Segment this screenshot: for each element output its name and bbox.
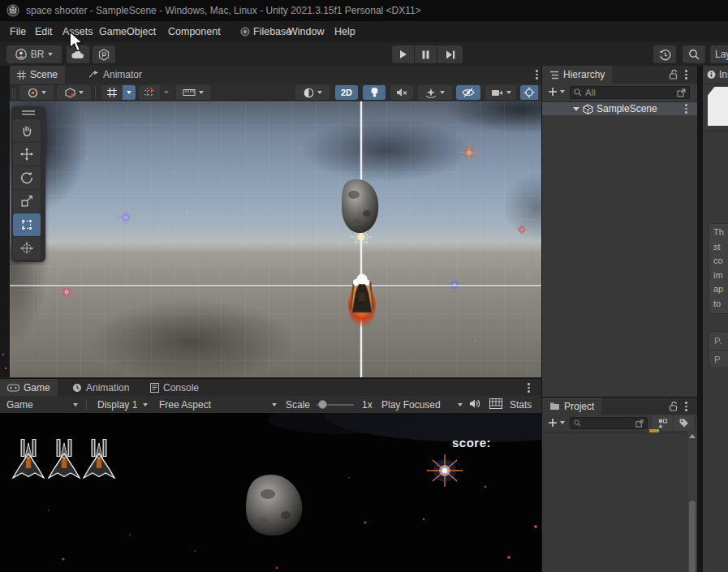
search-icon	[574, 88, 582, 97]
account-button[interactable]: BR	[6, 45, 62, 63]
play-focus-label: Play Focused	[381, 399, 441, 411]
tab-hierarchy[interactable]: Hierarchy	[542, 66, 612, 84]
menu-edit[interactable]: Edit	[35, 26, 53, 37]
tab-project[interactable]: Project	[542, 398, 601, 415]
ruler-dropdown[interactable]	[176, 85, 210, 100]
scale-slider-knob[interactable]	[318, 400, 327, 409]
plus-icon	[548, 87, 558, 97]
search-by-label-button[interactable]	[674, 415, 694, 431]
description-line: im	[713, 269, 728, 283]
stats-button[interactable]: Stats	[510, 399, 532, 411]
palette-drag-handle[interactable]	[13, 108, 44, 118]
dependency-row[interactable]: P.	[709, 332, 728, 351]
menu-filebase[interactable]: Filebase	[253, 26, 291, 37]
scene-visibility-button[interactable]	[456, 85, 480, 100]
tab-animator[interactable]: Animator	[81, 66, 149, 84]
game-view-dropdown[interactable]: Game	[6, 398, 78, 411]
tab-scene[interactable]: Scene	[10, 66, 65, 84]
menu-file[interactable]: File	[10, 26, 26, 37]
undo-history-button[interactable]	[653, 45, 676, 63]
open-new-window-icon[interactable]	[635, 419, 644, 428]
scale-tool-button[interactable]	[13, 190, 41, 213]
play-button[interactable]	[392, 45, 414, 63]
project-scrollbar[interactable]	[687, 432, 697, 572]
tool-settings-dropdown[interactable]	[19, 85, 54, 100]
plastic-scm-icon	[98, 49, 110, 61]
effects-dropdown[interactable]	[418, 85, 452, 100]
hierarchy-search-row: All	[542, 84, 697, 102]
menu-gameobject[interactable]: GameObject	[99, 26, 156, 37]
toolbar-drag-handle[interactable]	[12, 88, 15, 99]
hierarchy-search-input[interactable]: All	[570, 86, 690, 99]
game-audio-button[interactable]	[469, 398, 481, 409]
snap-increment-dropdown[interactable]	[139, 85, 173, 100]
toggle-2d-button[interactable]: 2D	[335, 85, 358, 100]
inspector-panel: Ins Info Na Dis Ve Ca Des Th st co im ap…	[703, 66, 728, 572]
menu-window[interactable]: Window	[288, 26, 324, 37]
aspect-ratio-dropdown[interactable]: Free Aspect	[159, 398, 277, 411]
scene-lighting-button[interactable]	[363, 85, 386, 100]
menu-component[interactable]: Component	[168, 26, 221, 37]
step-button[interactable]	[437, 45, 463, 63]
dependency-row[interactable]: P	[709, 351, 728, 368]
audio-mute-button[interactable]	[390, 85, 413, 100]
tab-game[interactable]: Game	[0, 379, 58, 397]
layers-dropdown[interactable]: Lay	[710, 45, 728, 63]
camera-settings-dropdown[interactable]	[485, 85, 516, 100]
hand-tool-button[interactable]	[13, 119, 41, 142]
plastic-scm-button[interactable]	[93, 45, 115, 63]
dock-edge-strip	[0, 66, 10, 377]
inspector-dock-divider[interactable]	[697, 66, 703, 572]
gamepad-icon	[7, 384, 19, 392]
game-viewport: score:	[0, 413, 541, 572]
scene-asteroid-sprite[interactable]	[342, 179, 378, 233]
game-panel-menu-button[interactable]	[528, 383, 530, 393]
menu-help[interactable]: Help	[334, 26, 355, 37]
rect-tool-button[interactable]	[13, 213, 41, 236]
project-menu-button[interactable]	[685, 402, 687, 411]
search-everywhere-button[interactable]	[683, 45, 705, 63]
scroll-up-arrow-icon[interactable]	[689, 434, 696, 438]
pause-button[interactable]	[415, 45, 437, 63]
grid-visibility-dropdown[interactable]	[101, 85, 136, 100]
open-new-window-icon[interactable]	[677, 88, 686, 97]
pause-icon	[422, 50, 429, 59]
play-icon	[399, 49, 407, 59]
rotate-tool-button[interactable]	[13, 166, 41, 189]
game-asteroid-sprite	[246, 475, 302, 535]
caret-icon	[272, 403, 277, 406]
shading-mode-dropdown[interactable]	[295, 85, 330, 100]
description-line: to	[713, 297, 728, 312]
scene-viewport[interactable]	[10, 101, 541, 377]
display-dropdown[interactable]: Display 1	[97, 398, 148, 411]
hierarchy-row-scene-root[interactable]: SampleScene	[542, 102, 697, 115]
play-focus-dropdown[interactable]: Play Focused	[381, 398, 463, 411]
game-gizmos-grid-button[interactable]	[489, 398, 502, 409]
project-lock-icon[interactable]	[669, 401, 678, 411]
scene-root-menu-button[interactable]	[685, 104, 687, 114]
scrollbar-thumb[interactable]	[689, 501, 696, 572]
scene-panel-menu-button[interactable]	[536, 70, 538, 80]
hierarchy-add-button[interactable]	[548, 87, 565, 97]
scale-tool-icon	[19, 194, 34, 209]
tab-animation[interactable]: Animation	[65, 379, 136, 397]
tab-inspector-label: Ins	[719, 69, 728, 80]
score-label: score:	[452, 436, 491, 449]
rect-tool-icon	[19, 217, 34, 232]
foldout-expanded-icon[interactable]	[573, 107, 579, 111]
hierarchy-search-placeholder: All	[585, 88, 674, 97]
pivot-dropdown[interactable]	[57, 85, 91, 100]
move-tool-button[interactable]	[13, 143, 41, 166]
project-add-button[interactable]	[548, 418, 565, 428]
tab-console[interactable]: Console	[143, 379, 206, 397]
scene-player-ship-sprite[interactable]	[348, 274, 376, 329]
transform-tool-button[interactable]	[13, 237, 41, 260]
project-search-input[interactable]	[570, 417, 648, 429]
hierarchy-lock-icon[interactable]	[669, 69, 678, 80]
hierarchy-menu-button[interactable]	[685, 70, 687, 80]
hierarchy-panel: Hierarchy All SampleScene	[542, 66, 697, 397]
description-text-box[interactable]: Th st co im ap to	[709, 223, 728, 314]
effects-icon	[425, 88, 437, 98]
account-caret-icon	[48, 53, 53, 56]
tab-inspector[interactable]: Ins	[703, 66, 728, 84]
